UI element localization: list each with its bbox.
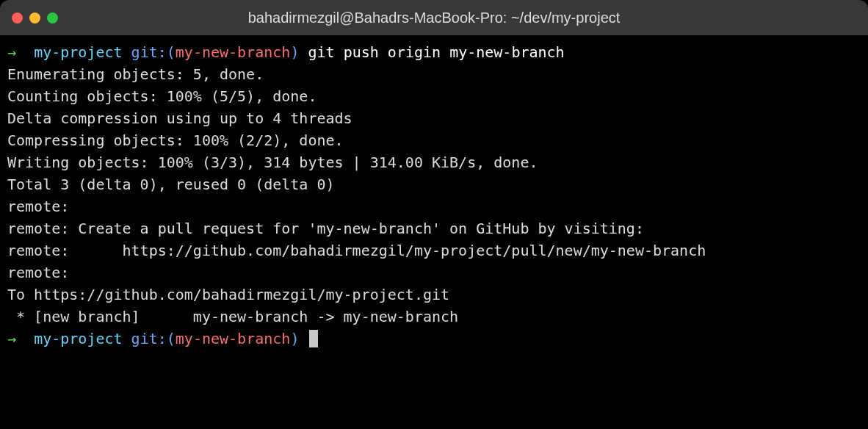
output-line: Compressing objects: 100% (2/2), done. [7,129,861,151]
window-title: bahadirmezgil@Bahadrs-MacBook-Pro: ~/dev… [12,7,856,29]
cursor-icon [309,330,318,347]
prompt-directory: my-project [34,43,122,61]
output-line: remote: [7,195,861,217]
prompt-directory: my-project [34,330,122,347]
output-line: Enumerating objects: 5, done. [7,63,861,85]
output-line: Delta compression using up to 4 threads [7,107,861,129]
window-controls [12,12,58,24]
git-suffix: ) [290,330,299,347]
terminal-output[interactable]: → my-project git:(my-new-branch) git pus… [0,35,868,356]
output-line: To https://github.com/bahadirmezgil/my-p… [7,284,861,306]
minimize-button[interactable] [29,12,40,24]
output-line: remote: https://github.com/bahadirmezgil… [7,239,861,262]
output-line: Total 3 (delta 0), reused 0 (delta 0) [7,173,861,195]
output-line: remote: Create a pull request for 'my-ne… [7,217,861,239]
close-button[interactable] [12,12,23,24]
output-line: Counting objects: 100% (5/5), done. [7,85,861,107]
git-branch: my-new-branch [176,330,291,347]
zoom-button[interactable] [47,12,58,24]
prompt-arrow-icon: → [7,43,16,61]
git-suffix: ) [290,43,299,61]
prompt-line: → my-project git:(my-new-branch) git pus… [7,41,861,63]
output-line: Writing objects: 100% (3/3), 314 bytes |… [7,151,861,173]
git-branch: my-new-branch [176,43,291,61]
command-text: git push origin my-new-branch [308,43,564,61]
prompt-arrow-icon: → [7,330,16,347]
output-line: remote: [7,262,861,284]
window-titlebar: bahadirmezgil@Bahadrs-MacBook-Pro: ~/dev… [0,0,868,35]
git-prefix: git:( [131,43,176,61]
output-line: * [new branch] my-new-branch -> my-new-b… [7,306,861,328]
git-prefix: git:( [131,330,176,347]
prompt-line-active: → my-project git:(my-new-branch) [7,328,861,350]
